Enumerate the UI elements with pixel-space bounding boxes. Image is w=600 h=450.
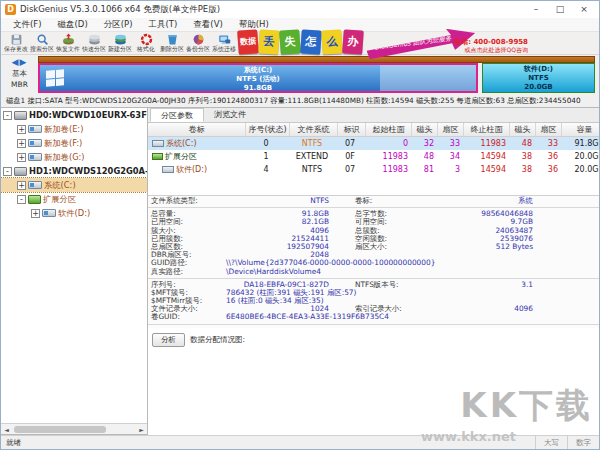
extended-partition-icon bbox=[152, 153, 163, 160]
tab-browse-files[interactable]: 浏览文件 bbox=[204, 108, 256, 122]
collapse-icon[interactable]: - bbox=[3, 111, 12, 120]
volume-icon bbox=[28, 139, 42, 147]
disk-bar-graphic: 系统(C:) NTFS (活动) 91.8GB 软件(D:) NTFS 20.0… bbox=[38, 56, 595, 93]
disk-nav: ◀▶ 基本 MBR bbox=[1, 55, 38, 95]
save-changes-button[interactable]: 保存更改 bbox=[3, 33, 29, 55]
partition-block-d[interactable]: 软件(D:) NTFS 20.0GB bbox=[482, 63, 595, 93]
expand-icon[interactable]: + bbox=[17, 153, 26, 162]
expand-icon[interactable]: + bbox=[17, 125, 26, 134]
menu-partition[interactable]: 分区(P) bbox=[96, 18, 141, 31]
tab-partition-params[interactable]: 分区参数 bbox=[150, 108, 204, 122]
banner-tile: 数据 bbox=[237, 29, 259, 54]
banner-tile: 怎 bbox=[300, 29, 322, 54]
banner-phone-number: 电话: 400-008-9958 bbox=[454, 38, 528, 46]
title-bar: D DiskGenius V5.3.0.1066 x64 免费版(单文件PE版)… bbox=[1, 1, 599, 18]
tree-item-extended-partition[interactable]: - 扩展分区 bbox=[1, 192, 147, 206]
disk-tree-panel: - HD0:WDCWD10EURX-63FH1Y0(932GB) + 新加卷(E… bbox=[1, 107, 148, 435]
allocation-map-label: 数据分配情况图: bbox=[190, 335, 245, 345]
banner-tile: 么 bbox=[321, 29, 343, 54]
expand-icon[interactable]: + bbox=[17, 139, 26, 148]
search-partition-button[interactable]: 搜索分区 bbox=[29, 33, 55, 55]
partition-block-c[interactable]: 系统(C:) NTFS (活动) 91.8GB bbox=[38, 63, 478, 93]
quick-partition-button[interactable]: 快速分区 bbox=[81, 33, 107, 55]
banner-tile: 办 bbox=[342, 29, 364, 54]
menu-disk[interactable]: 磁盘(D) bbox=[50, 18, 96, 31]
window-controls: – □ × bbox=[525, 3, 595, 16]
scroll-right-arrow[interactable]: ► bbox=[136, 426, 147, 433]
tree-item-volume-g[interactable]: + 新加卷(G:) bbox=[1, 150, 147, 164]
banner-qq-link[interactable]: 或点击此处选择QQ咨询 bbox=[454, 46, 528, 53]
delete-partition-button[interactable]: 删除分区 bbox=[159, 33, 185, 55]
system-migrate-button[interactable]: 系统迁移 bbox=[211, 33, 237, 55]
collapse-icon[interactable]: - bbox=[3, 167, 12, 176]
format-icon bbox=[140, 33, 153, 46]
trash-icon bbox=[166, 33, 179, 46]
new-partition-icon bbox=[114, 33, 127, 46]
disk-prev-next-arrows[interactable]: ◀▶ bbox=[1, 57, 38, 67]
scroll-left-arrow[interactable]: ◄ bbox=[1, 426, 12, 433]
partition-detail-panel: 分区参数 浏览文件 卷标序号(状态)文件系统标识起始柱面磁头扇区终止柱面磁头扇区… bbox=[148, 107, 599, 435]
tree-item-software-d[interactable]: + 软件(D:) bbox=[1, 206, 147, 220]
quick-partition-icon bbox=[88, 33, 101, 46]
search-icon bbox=[36, 33, 49, 46]
format-button[interactable]: 格式化 bbox=[133, 33, 159, 55]
minimize-button[interactable]: – bbox=[525, 3, 547, 16]
tree-item-volume-f[interactable]: + 新加卷(F:) bbox=[1, 136, 147, 150]
expand-icon[interactable]: + bbox=[17, 181, 26, 190]
tree-horizontal-scrollbar[interactable]: ◄ ► bbox=[1, 423, 147, 434]
extended-partition-strip bbox=[38, 56, 595, 63]
recover-files-icon bbox=[62, 33, 75, 46]
maximize-button[interactable]: □ bbox=[549, 3, 571, 16]
disk-graphic-panel: ◀▶ 基本 MBR 系统(C:) NTFS (活动) 91.8GB 软件(D:)… bbox=[1, 55, 599, 95]
extended-partition-icon bbox=[28, 195, 41, 204]
collapse-icon[interactable]: - bbox=[17, 195, 26, 204]
save-icon bbox=[10, 33, 23, 46]
analyze-section: 分析 数据分配情况图: bbox=[148, 333, 599, 347]
banner-contact: 电话: 400-008-9958 或点击此处选择QQ咨询 bbox=[454, 38, 528, 53]
table-row[interactable]: 扩展分区 1 EXTEND 0F 11983 48 34 14594 38 36… bbox=[148, 150, 599, 163]
tree-item-hd0[interactable]: - HD0:WDCWD10EURX-63FH1Y0(932GB) bbox=[1, 108, 147, 122]
detail-tabs: 分区参数 浏览文件 bbox=[148, 108, 599, 123]
disk-icon bbox=[14, 111, 27, 120]
partition-table: 卷标序号(状态)文件系统标识起始柱面磁头扇区终止柱面磁头扇区容量属性 系统(C:… bbox=[148, 123, 599, 176]
tree-item-volume-e[interactable]: + 新加卷(E:) bbox=[1, 122, 147, 136]
volume-icon bbox=[42, 209, 56, 217]
status-bar: 就绪 大写 数字 bbox=[1, 435, 599, 449]
disk-table-label: MBR bbox=[1, 80, 38, 89]
disk-icon bbox=[14, 167, 27, 176]
window-title: DiskGenius V5.3.0.1066 x64 免费版(单文件PE版) bbox=[20, 4, 220, 16]
tree-item-hd1[interactable]: - HD1:WDCWDS120G2G0A-00JH30(111GB) bbox=[1, 164, 147, 178]
promo-banner[interactable]: 数据 丢 失 怎 么 办 DiskGenius 团队为您服务 电话: 400-0… bbox=[238, 20, 528, 54]
table-header-row: 卷标序号(状态)文件系统标识起始柱面磁头扇区终止柱面磁头扇区容量属性 bbox=[148, 123, 599, 137]
diskgenius-window: D DiskGenius V5.3.0.1066 x64 免费版(单文件PE版)… bbox=[0, 0, 600, 450]
close-button[interactable]: × bbox=[573, 3, 595, 16]
num-lock-indicator: 数字 bbox=[567, 436, 599, 449]
analyze-button[interactable]: 分析 bbox=[152, 333, 185, 347]
filesystem-info-panel: 文件系统类型:NTFS卷标:系统 总容量:91.8GB总字节数:98564046… bbox=[148, 195, 599, 328]
banner-tile: 失 bbox=[279, 29, 301, 54]
tree-item-system-c[interactable]: + 系统(C:) bbox=[1, 178, 147, 192]
app-logo-icon: D bbox=[5, 4, 16, 15]
disk-type-label: 基本 bbox=[1, 69, 38, 78]
backup-pie-icon bbox=[192, 33, 205, 46]
disk-info-line: 磁盘1 接口:SATA 型号:WDCWDS120G2G0A-00JH30 序列号… bbox=[1, 95, 599, 107]
caps-lock-indicator: 大写 bbox=[535, 436, 567, 449]
volume-icon bbox=[28, 181, 42, 189]
volume-icon bbox=[162, 166, 174, 173]
volume-icon bbox=[152, 140, 164, 147]
new-partition-button[interactable]: 新建分区 bbox=[107, 33, 133, 55]
backup-partition-button[interactable]: 备份分区 bbox=[185, 33, 211, 55]
table-row[interactable]: 软件(D:) 4 NTFS 07 11983 81 3 14594 38 36 … bbox=[148, 163, 599, 176]
scrollbar-thumb[interactable] bbox=[14, 426, 106, 433]
volume-icon bbox=[28, 153, 42, 161]
recover-files-button[interactable]: 恢复文件 bbox=[55, 33, 81, 55]
menu-file[interactable]: 文件(F) bbox=[5, 18, 50, 31]
banner-tile: 丢 bbox=[258, 29, 280, 54]
menu-tools[interactable]: 工具(T) bbox=[140, 18, 185, 31]
monitor-icon bbox=[218, 33, 231, 46]
table-row[interactable]: 系统(C:) 0 NTFS 07 0 32 33 11983 48 33 91.… bbox=[148, 137, 599, 150]
status-ready-text: 就绪 bbox=[1, 438, 535, 448]
expand-icon[interactable]: + bbox=[31, 209, 40, 218]
menu-view[interactable]: 查看(V) bbox=[185, 18, 230, 31]
volume-icon bbox=[28, 125, 42, 133]
